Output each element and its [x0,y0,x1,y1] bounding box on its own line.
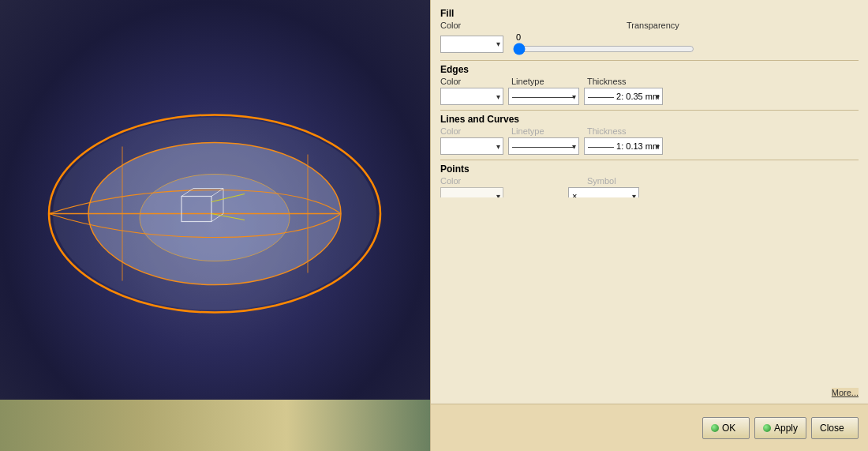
points-color-sublabel: Color [440,176,503,186]
edges-thickness-select[interactable]: ——— 2: 0.35 mm [584,88,663,105]
transparency-value: 0 [516,32,859,42]
edges-linetype-wrapper[interactable]: ————————— 1 [508,88,579,105]
lc-thickness-select[interactable]: ——— 1: 0.13 mm [584,137,663,155]
ok-button[interactable]: OK [702,417,750,439]
properties-panel: Fill Color Transparency 0 E [430,0,868,451]
edges-thickness-sublabel: Thickness [587,77,627,86]
divider-1 [440,60,859,61]
lines-curves-title: Lines and Curves [440,114,859,125]
points-color-select[interactable] [440,187,503,197]
lc-thickness-wrapper[interactable]: ——— 1: 0.13 mm [584,137,663,155]
edges-linetype-sublabel: Linetype [511,77,582,86]
lines-curves-section: Lines and Curves Color Linetype Thicknes… [440,114,859,155]
close-button[interactable]: Close [811,417,859,439]
svg-point-14 [53,118,376,310]
points-section: Points Color Symbol × [440,163,859,197]
ok-icon [711,424,719,432]
fill-transparency-label: Transparency [627,21,679,30]
lc-color-select[interactable] [440,137,503,155]
apply-button[interactable]: Apply [754,417,806,439]
points-symbol-sublabel: Symbol [587,176,616,186]
3d-viewport[interactable] [0,0,430,451]
fill-section: Fill Color Transparency 0 [440,8,859,55]
fill-section-title: Fill [440,8,859,19]
edges-color-select[interactable] [440,88,503,105]
lc-color-sublabel: Color [440,126,503,136]
more-button[interactable]: More... [832,388,859,397]
ok-label: OK [722,423,735,434]
transparency-slider[interactable] [513,43,694,55]
apply-label: Apply [774,423,798,434]
edges-thickness-wrapper[interactable]: ——— 2: 0.35 mm [584,88,663,105]
lc-color-wrapper[interactable] [440,137,503,155]
viewport-ground [0,400,430,451]
edges-linetype-select[interactable]: ————————— 1 [508,88,579,105]
lc-linetype-select[interactable]: ————————— 1 [508,137,579,155]
edges-section-title: Edges [440,64,859,75]
lc-linetype-wrapper[interactable]: ————————— 1 [508,137,579,155]
points-symbol-wrapper[interactable]: × [568,187,639,197]
apply-icon [763,424,771,432]
fill-color-wrapper[interactable] [440,36,503,53]
divider-3 [440,160,859,160]
fill-color-label: Color [440,21,475,30]
fill-color-select[interactable] [440,36,503,53]
lc-linetype-sublabel: Linetype [511,126,582,136]
edges-color-sublabel: Color [440,77,503,86]
lc-thickness-sublabel: Thickness [587,126,627,136]
divider-2 [440,110,859,111]
points-section-title: Points [440,163,859,175]
points-symbol-select[interactable]: × [568,187,639,197]
points-color-wrapper[interactable] [440,187,503,197]
bottom-bar: OK Apply Close [431,404,868,451]
edges-color-wrapper[interactable] [440,88,503,105]
close-label: Close [820,423,844,434]
edges-section: Edges Color Linetype Thickness —————————… [440,64,859,105]
